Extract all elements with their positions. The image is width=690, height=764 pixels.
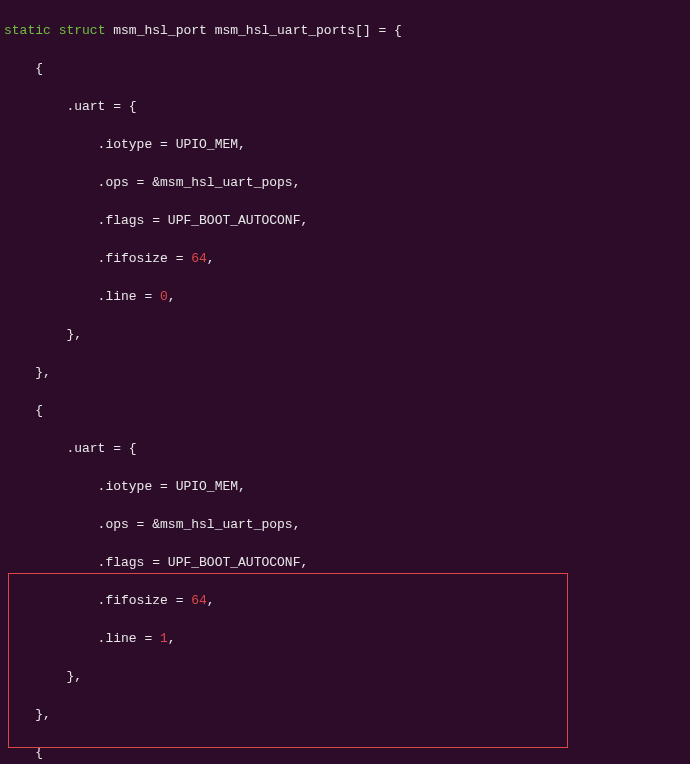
number-literal: 64 bbox=[191, 251, 207, 266]
code-line: .uart = { bbox=[4, 439, 686, 458]
code-line: .flags = UPF_BOOT_AUTOCONF, bbox=[4, 553, 686, 572]
code-line: .uart = { bbox=[4, 97, 686, 116]
code-line: .line = 1, bbox=[4, 629, 686, 648]
number-literal: 64 bbox=[191, 593, 207, 608]
code-line: }, bbox=[4, 325, 686, 344]
code-line: .line = 0, bbox=[4, 287, 686, 306]
code-line: .fifosize = 64, bbox=[4, 249, 686, 268]
code-line: .flags = UPF_BOOT_AUTOCONF, bbox=[4, 211, 686, 230]
code-line: { bbox=[4, 401, 686, 420]
code-line: .ops = &msm_hsl_uart_pops, bbox=[4, 173, 686, 192]
code-line: { bbox=[4, 59, 686, 78]
code-line: { bbox=[4, 743, 686, 762]
number-literal: 1 bbox=[160, 631, 168, 646]
code-line: }, bbox=[4, 363, 686, 382]
code-line: }, bbox=[4, 705, 686, 724]
code-line: static struct msm_hsl_port msm_hsl_uart_… bbox=[4, 21, 686, 40]
keyword-static: static bbox=[4, 23, 51, 38]
number-literal: 0 bbox=[160, 289, 168, 304]
code-line: .ops = &msm_hsl_uart_pops, bbox=[4, 515, 686, 534]
code-block: static struct msm_hsl_port msm_hsl_uart_… bbox=[0, 0, 690, 764]
code-line: .iotype = UPIO_MEM, bbox=[4, 477, 686, 496]
keyword-struct: struct bbox=[59, 23, 106, 38]
declaration: msm_hsl_port msm_hsl_uart_ports[] = { bbox=[105, 23, 401, 38]
code-line: }, bbox=[4, 667, 686, 686]
code-line: .iotype = UPIO_MEM, bbox=[4, 135, 686, 154]
code-line: .fifosize = 64, bbox=[4, 591, 686, 610]
